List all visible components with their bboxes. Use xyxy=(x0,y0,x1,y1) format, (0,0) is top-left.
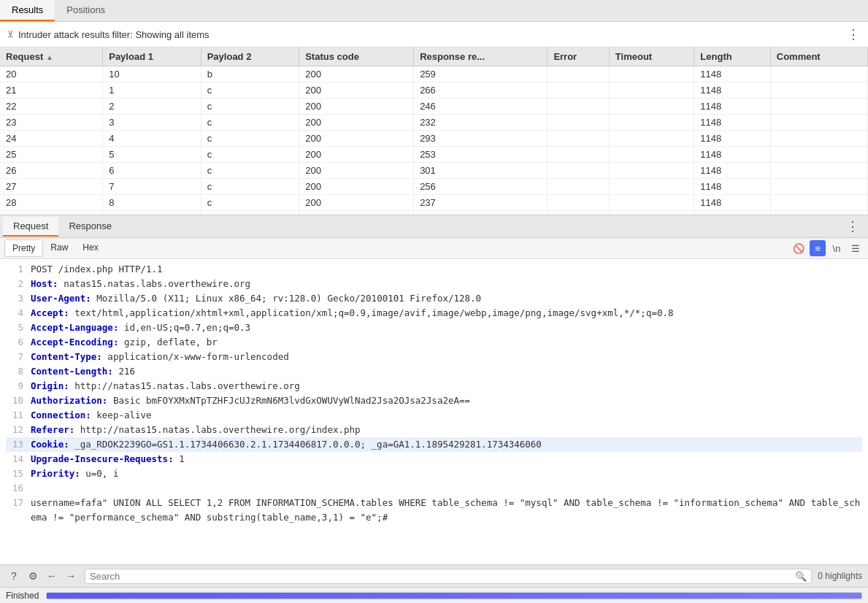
filter-label: Intruder attack results filter: Showing … xyxy=(18,29,210,40)
line-content: User-Agent: Mozilla/5.0 (X11; Linux x86_… xyxy=(31,291,862,306)
lines-icon[interactable]: ≡ xyxy=(810,240,826,256)
code-line: 15Priority: u=0, i xyxy=(6,466,862,481)
cell-error xyxy=(548,66,609,82)
table-row[interactable]: 211c2002661148 xyxy=(0,82,868,99)
cell-request: 25 xyxy=(0,147,103,163)
line-number: 11 xyxy=(6,408,23,423)
code-line: 13Cookie: _ga_RDOK2239GO=GS1.1.173440663… xyxy=(6,437,862,452)
tab-request[interactable]: Request xyxy=(3,217,58,237)
tab-pretty[interactable]: Pretty xyxy=(4,239,43,257)
table-row[interactable]: 222c2002461148 xyxy=(0,99,868,115)
menu-icon[interactable]: ☰ xyxy=(848,240,864,256)
table-row[interactable]: 255c2002531148 xyxy=(0,147,868,163)
progress-bar-fill xyxy=(47,593,861,599)
cell-timeout xyxy=(609,82,694,99)
back-icon[interactable]: ← xyxy=(44,568,60,584)
line-content: Accept-Encoding: gzip, deflate, br xyxy=(31,335,862,350)
cell-payload2: b xyxy=(201,66,299,82)
code-line: 6Accept-Encoding: gzip, deflate, br xyxy=(6,335,862,350)
cell-request: 20 xyxy=(0,66,103,82)
cell-payload2: c xyxy=(201,195,299,211)
cell-payload2: c xyxy=(201,82,299,99)
code-line: 17username=fafa" UNION ALL SELECT 1,2 FR… xyxy=(6,496,862,525)
table-row[interactable]: 233c2002321148 xyxy=(0,115,868,131)
cell-payload1: 1 xyxy=(103,82,201,99)
line-content: Content-Type: application/x-www-form-url… xyxy=(31,350,862,364)
search-input[interactable] xyxy=(90,571,795,582)
line-content: Authorization: Basic bmFOYXMxNTpTZHFJcUJ… xyxy=(31,393,862,408)
col-payload1[interactable]: Payload 1 xyxy=(103,47,201,66)
table-row[interactable]: 244c2002931148 xyxy=(0,131,868,147)
cell-timeout xyxy=(609,195,694,211)
tab-results[interactable]: Results xyxy=(0,0,55,21)
col-comment[interactable]: Comment xyxy=(770,47,867,66)
table-row[interactable]: 2010b2002591148 xyxy=(0,66,868,82)
line-number: 7 xyxy=(6,350,23,364)
cell-length: 1148 xyxy=(694,147,770,163)
col-error[interactable]: Error xyxy=(548,47,609,66)
cell-status: 200 xyxy=(299,99,414,115)
cell-status: 200 xyxy=(299,179,414,195)
line-number: 10 xyxy=(6,393,23,408)
table-row[interactable]: 277c2002561148 xyxy=(0,179,868,195)
req-res-menu-button[interactable]: ⋮ xyxy=(840,215,865,237)
filter-menu-button[interactable]: ⋮ xyxy=(847,26,861,42)
col-length[interactable]: Length xyxy=(694,47,770,66)
cell-payload1: 3 xyxy=(103,115,201,131)
cell-response: 237 xyxy=(414,195,548,211)
code-line: 9Origin: http://natas15.natas.labs.overt… xyxy=(6,379,862,393)
highlights-count: 0 highlights xyxy=(818,571,862,581)
cell-comment xyxy=(770,131,867,147)
cell-error xyxy=(548,131,609,147)
line-content: Host: natas15.natas.labs.overthewire.org xyxy=(31,277,862,291)
forward-icon[interactable]: → xyxy=(63,568,79,584)
newline-icon[interactable]: \n xyxy=(829,240,845,256)
nav-icons: ? ⚙ ← → xyxy=(6,568,79,584)
cell-status: 200 xyxy=(299,82,414,99)
format-icons: 🚫 ≡ \n ☰ xyxy=(791,240,864,256)
line-content: username=fafa" UNION ALL SELECT 1,2 FROM… xyxy=(31,496,862,525)
cell-request: 21 xyxy=(0,82,103,99)
cell-payload2: c xyxy=(201,147,299,163)
cell-status: 200 xyxy=(299,147,414,163)
settings-icon[interactable]: ⚙ xyxy=(25,568,41,584)
line-content: POST /index.php HTTP/1.1 xyxy=(31,262,862,277)
cell-request: 22 xyxy=(0,99,103,115)
line-number: 3 xyxy=(6,291,23,306)
col-request[interactable]: Request ▲ xyxy=(0,47,103,66)
tab-raw[interactable]: Raw xyxy=(43,239,75,257)
cell-timeout xyxy=(609,163,694,179)
col-timeout[interactable]: Timeout xyxy=(609,47,694,66)
cell-request: 27 xyxy=(0,179,103,195)
line-number: 5 xyxy=(6,320,23,335)
col-payload2[interactable]: Payload 2 xyxy=(201,47,299,66)
cell-comment xyxy=(770,179,867,195)
progress-bar xyxy=(46,592,862,599)
tab-hex[interactable]: Hex xyxy=(75,239,105,257)
cell-timeout xyxy=(609,131,694,147)
cell-response: 266 xyxy=(414,82,548,99)
table-row[interactable]: 266c2003011148 xyxy=(0,163,868,179)
tab-positions[interactable]: Positions xyxy=(55,0,117,21)
cell-error xyxy=(548,115,609,131)
filter-bar: ⊻ Intruder attack results filter: Showin… xyxy=(0,22,868,47)
code-line: 10Authorization: Basic bmFOYXMxNTpTZHFJc… xyxy=(6,393,862,408)
cell-response: 232 xyxy=(414,115,548,131)
table-row[interactable]: 288c2002371148 xyxy=(0,195,868,211)
line-content: Connection: keep-alive xyxy=(31,408,862,423)
cell-comment xyxy=(770,66,867,82)
cell-status: 200 xyxy=(299,115,414,131)
tab-response[interactable]: Response xyxy=(58,217,122,237)
help-icon[interactable]: ? xyxy=(6,568,22,584)
line-number: 8 xyxy=(6,364,23,379)
eye-slash-icon[interactable]: 🚫 xyxy=(791,240,807,256)
cell-timeout xyxy=(609,66,694,82)
cell-payload1: 2 xyxy=(103,99,201,115)
cell-length: 1148 xyxy=(694,179,770,195)
col-response[interactable]: Response re... xyxy=(414,47,548,66)
cell-error xyxy=(548,163,609,179)
col-status[interactable]: Status code xyxy=(299,47,414,66)
code-line: 11Connection: keep-alive xyxy=(6,408,862,423)
cell-error xyxy=(548,147,609,163)
cell-error xyxy=(548,179,609,195)
